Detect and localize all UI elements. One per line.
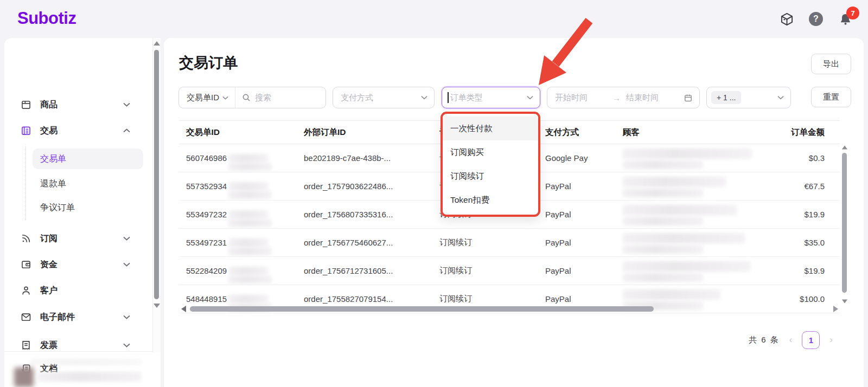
- notification-count-badge: 7: [846, 7, 859, 20]
- redacted-id: [229, 154, 268, 163]
- next-page-arrow[interactable]: ›: [829, 334, 833, 345]
- scroll-down-arrow[interactable]: [154, 304, 160, 308]
- table-horizontal-scrollbar-thumb[interactable]: [190, 306, 654, 312]
- chevron-down-icon: [222, 96, 228, 100]
- cell-amount: $35.0: [786, 229, 825, 256]
- payment-method-select[interactable]: 支付方式: [333, 87, 435, 108]
- cell-payment: PayPal: [545, 257, 623, 285]
- rss-icon: [21, 233, 31, 244]
- redacted-customer: [623, 217, 703, 225]
- box-icon: [21, 99, 31, 110]
- subitem-label: 交易单: [40, 153, 66, 165]
- sidebar-item-transactions[interactable]: 交易: [4, 121, 151, 140]
- table-scroll-right-arrow[interactable]: [833, 306, 838, 312]
- dropdown-option-token-charge[interactable]: Token扣费: [443, 188, 538, 212]
- redacted-id: [229, 238, 268, 247]
- cell-customer: [623, 257, 786, 285]
- scroll-up-arrow[interactable]: [154, 41, 160, 46]
- redacted-customer: [623, 289, 720, 300]
- cell-customer: [623, 144, 786, 172]
- date-range-picker[interactable]: 开始时间 → 结束时间: [547, 87, 700, 108]
- sidebar-item-label: 客户: [40, 285, 58, 296]
- page-number-button[interactable]: 1: [802, 331, 820, 349]
- sidebar-item-email[interactable]: 电子邮件: [4, 307, 151, 327]
- order-type-select[interactable]: 订单类型: [442, 87, 540, 108]
- header-customer: 顾客: [623, 121, 786, 144]
- table-row[interactable]: 552284209 order_1756712731605... 订阅续订 Pa…: [179, 257, 840, 285]
- invoice-icon: [21, 340, 31, 351]
- header-payment: 支付方式: [545, 121, 623, 144]
- package-icon[interactable]: [779, 11, 794, 27]
- pagination: 共 6 条 ‹ 1 ›: [749, 331, 833, 349]
- table-row[interactable]: 553497231 order_1756775460627... 订阅续订 Pa…: [179, 229, 840, 257]
- header-amount: 订单金额: [786, 121, 825, 144]
- transactions-list-icon: [21, 125, 31, 136]
- table-scroll-up-arrow[interactable]: [842, 146, 847, 150]
- table-vertical-scrollbar-thumb[interactable]: [842, 153, 847, 293]
- export-button[interactable]: 导出: [811, 54, 851, 74]
- sidebar-item-label: 商品: [40, 99, 58, 111]
- user-info-redacted: [30, 359, 142, 365]
- cell-amount: $19.9: [786, 257, 825, 285]
- cell-external-id: order_1756807335316...: [304, 201, 439, 228]
- sidebar-subitem-transaction-orders[interactable]: 交易单: [33, 149, 143, 169]
- redacted-customer: [623, 261, 750, 272]
- redacted-customer: [623, 233, 745, 243]
- sidebar-scrollbar[interactable]: [152, 38, 161, 352]
- cell-customer: [623, 172, 786, 200]
- dropdown-option-subscription-renewal[interactable]: 订阅续订: [443, 164, 538, 188]
- chevron-down-icon: [421, 95, 427, 100]
- header-transaction-id: 交易单ID: [186, 121, 304, 144]
- search-input[interactable]: 搜索: [235, 93, 271, 103]
- redacted-customer: [623, 160, 703, 169]
- brand-logo: Subotiz: [17, 9, 76, 28]
- cell-transaction-id: 557352934: [186, 172, 304, 200]
- person-icon: [21, 285, 31, 296]
- redacted-id: [229, 267, 268, 275]
- cell-transaction-id: 553497231: [186, 229, 304, 256]
- sidebar-item-funds[interactable]: 资金: [4, 255, 151, 274]
- cell-transaction-id: 553497232: [186, 201, 304, 228]
- mail-icon: [21, 312, 31, 322]
- redacted-customer: [623, 177, 726, 187]
- redacted-id: [228, 219, 272, 227]
- total-count: 共 6 条: [749, 335, 780, 345]
- sidebar-item-products[interactable]: 商品: [4, 95, 151, 114]
- search-placeholder: 搜索: [255, 93, 271, 103]
- redacted-customer: [623, 149, 752, 159]
- notifications-bell-icon[interactable]: 7: [838, 11, 853, 27]
- wallet-icon: [21, 259, 31, 270]
- dropdown-option-one-time[interactable]: 一次性付款: [443, 117, 538, 140]
- calendar-icon: [684, 93, 693, 102]
- sidebar-subitem-disputes[interactable]: 争议订单: [33, 197, 143, 218]
- table-scroll-left-arrow[interactable]: [181, 306, 186, 312]
- dropdown-option-subscription-purchase[interactable]: 订阅购买: [443, 140, 538, 164]
- sidebar-item-customers[interactable]: 客户: [4, 281, 151, 300]
- more-filters-select[interactable]: + 1 ...: [706, 87, 791, 108]
- help-icon[interactable]: ?: [808, 11, 824, 27]
- sidebar-item-label: 电子邮件: [40, 312, 75, 323]
- cell-payment: PayPal: [545, 229, 623, 256]
- sidebar-item-invoices[interactable]: 发票: [4, 336, 151, 355]
- sidebar-item-subscriptions[interactable]: 订阅: [4, 229, 151, 248]
- redacted-customer: [623, 273, 703, 282]
- sidebar-subitem-refunds[interactable]: 退款单: [33, 173, 143, 194]
- cell-external-id: order_1757903622486...: [304, 172, 439, 200]
- redacted-customer: [623, 189, 703, 197]
- sidebar-scrollbar-thumb[interactable]: [154, 50, 159, 299]
- cell-customer: [623, 229, 786, 256]
- cell-transaction-id: 560746986: [186, 144, 304, 172]
- cell-order-type: 订阅续订: [439, 229, 545, 256]
- sidebar: 商品 交易 交易单 退款单 争议订单 订阅 资金 客户 电子邮件 发票: [4, 38, 161, 387]
- topbar-icons: ? 7: [779, 11, 853, 27]
- prev-page-arrow[interactable]: ‹: [789, 334, 793, 345]
- table-scroll-down-arrow[interactable]: [842, 300, 847, 304]
- text-cursor: [448, 92, 449, 103]
- topbar: Subotiz ? 7: [0, 0, 868, 38]
- search-icon: [242, 93, 251, 102]
- id-type-selector[interactable]: 交易单ID: [179, 87, 235, 108]
- cell-customer: [623, 201, 786, 228]
- redacted-customer: [623, 245, 703, 254]
- user-avatar[interactable]: [14, 367, 34, 387]
- reset-button[interactable]: 重置: [811, 87, 851, 107]
